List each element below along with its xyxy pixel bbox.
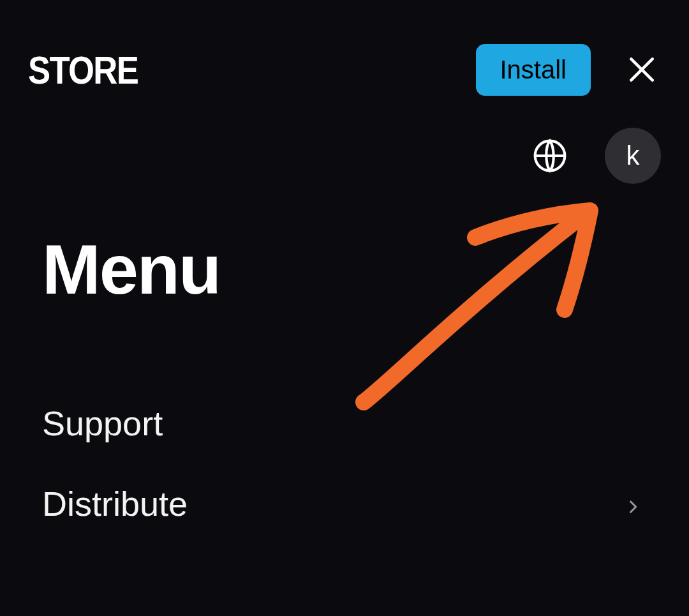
header-actions: Install [476,44,662,96]
menu-item-support[interactable]: Support [42,383,647,463]
avatar-letter: k [626,140,640,171]
install-button[interactable]: Install [476,44,591,96]
avatar[interactable]: k [605,128,661,184]
menu-title: Menu [42,229,647,310]
menu-item-label: Distribute [42,484,188,523]
close-button[interactable] [623,50,661,89]
menu-item-label: Support [42,403,163,443]
language-button[interactable] [531,137,569,175]
menu-panel: Menu Support Distribute [0,184,689,544]
store-logo[interactable]: STORE [28,47,138,93]
subheader: k [0,102,689,184]
chevron-right-icon [624,484,642,523]
menu-item-distribute[interactable]: Distribute [42,463,647,544]
globe-icon [532,138,568,174]
menu-list: Support Distribute [42,383,647,544]
header: STORE Install [0,0,689,102]
close-icon [626,54,658,86]
